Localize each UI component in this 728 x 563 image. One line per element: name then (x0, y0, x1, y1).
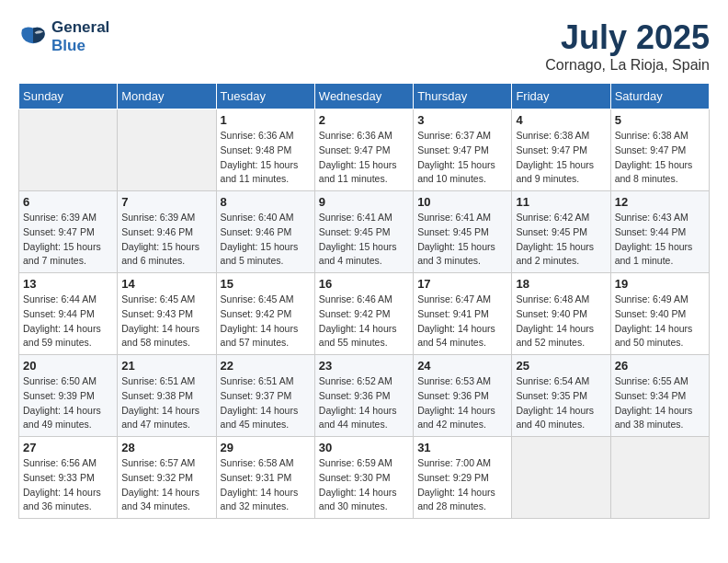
day-detail: Sunrise: 6:46 AMSunset: 9:42 PMDaylight:… (319, 293, 409, 350)
calendar-cell: 15Sunrise: 6:45 AMSunset: 9:42 PMDayligh… (216, 273, 314, 355)
day-number: 3 (417, 113, 507, 127)
calendar-cell: 6Sunrise: 6:39 AMSunset: 9:47 PMDaylight… (19, 191, 118, 273)
day-number: 6 (23, 195, 113, 209)
day-detail: Sunrise: 6:57 AMSunset: 9:32 PMDaylight:… (121, 456, 211, 514)
calendar-cell: 14Sunrise: 6:45 AMSunset: 9:43 PMDayligh… (118, 273, 216, 355)
day-number: 26 (615, 359, 705, 373)
day-number: 11 (516, 195, 606, 209)
day-detail: Sunrise: 6:47 AMSunset: 9:41 PMDaylight:… (417, 293, 507, 350)
calendar-cell: 1Sunrise: 6:36 AMSunset: 9:48 PMDaylight… (216, 109, 314, 191)
day-number: 1 (221, 113, 311, 127)
calendar-cell: 28Sunrise: 6:57 AMSunset: 9:32 PMDayligh… (118, 437, 216, 519)
logo-text: General Blue (51, 18, 109, 55)
day-detail: Sunrise: 6:44 AMSunset: 9:44 PMDaylight:… (23, 293, 113, 350)
calendar-cell: 25Sunrise: 6:54 AMSunset: 9:35 PMDayligh… (512, 355, 610, 437)
weekday-header-sunday: Sunday (19, 84, 118, 109)
day-detail: Sunrise: 6:43 AMSunset: 9:44 PMDaylight:… (615, 211, 705, 269)
calendar-cell: 24Sunrise: 6:53 AMSunset: 9:36 PMDayligh… (414, 355, 512, 437)
weekday-header-saturday: Saturday (610, 84, 709, 109)
day-number: 24 (417, 359, 507, 373)
day-number: 7 (121, 195, 211, 209)
calendar-cell: 2Sunrise: 6:36 AMSunset: 9:47 PMDaylight… (314, 109, 413, 191)
day-number: 22 (221, 359, 311, 373)
calendar-cell: 19Sunrise: 6:49 AMSunset: 9:40 PMDayligh… (610, 273, 709, 355)
calendar-cell: 29Sunrise: 6:58 AMSunset: 9:31 PMDayligh… (216, 437, 314, 519)
day-detail: Sunrise: 6:36 AMSunset: 9:47 PMDaylight:… (319, 129, 409, 187)
day-detail: Sunrise: 7:00 AMSunset: 9:29 PMDaylight:… (417, 456, 507, 514)
day-detail: Sunrise: 6:58 AMSunset: 9:31 PMDaylight:… (221, 456, 311, 514)
weekday-header-monday: Monday (118, 84, 216, 109)
day-number: 9 (319, 195, 409, 209)
page-header: General Blue July 2025 Cornago, La Rioja… (18, 18, 710, 74)
day-detail: Sunrise: 6:48 AMSunset: 9:40 PMDaylight:… (516, 293, 606, 350)
calendar-cell (19, 109, 118, 191)
day-detail: Sunrise: 6:51 AMSunset: 9:38 PMDaylight:… (121, 374, 211, 432)
day-detail: Sunrise: 6:59 AMSunset: 9:30 PMDaylight:… (319, 456, 409, 514)
calendar-week-row: 13Sunrise: 6:44 AMSunset: 9:44 PMDayligh… (19, 273, 710, 355)
calendar-cell: 20Sunrise: 6:50 AMSunset: 9:39 PMDayligh… (19, 355, 118, 437)
calendar-cell: 26Sunrise: 6:55 AMSunset: 9:34 PMDayligh… (610, 355, 709, 437)
calendar-cell: 13Sunrise: 6:44 AMSunset: 9:44 PMDayligh… (19, 273, 118, 355)
day-detail: Sunrise: 6:36 AMSunset: 9:48 PMDaylight:… (221, 129, 311, 187)
calendar-cell: 22Sunrise: 6:51 AMSunset: 9:37 PMDayligh… (216, 355, 314, 437)
day-detail: Sunrise: 6:45 AMSunset: 9:42 PMDaylight:… (221, 293, 311, 350)
day-detail: Sunrise: 6:54 AMSunset: 9:35 PMDaylight:… (516, 374, 606, 432)
month-year: July 2025 (545, 18, 710, 57)
calendar-cell: 31Sunrise: 7:00 AMSunset: 9:29 PMDayligh… (414, 437, 512, 519)
day-detail: Sunrise: 6:39 AMSunset: 9:47 PMDaylight:… (23, 211, 113, 269)
location: Cornago, La Rioja, Spain (545, 57, 710, 74)
day-number: 21 (121, 359, 211, 373)
day-number: 2 (319, 113, 409, 127)
calendar-cell: 3Sunrise: 6:37 AMSunset: 9:47 PMDaylight… (414, 109, 512, 191)
weekday-header-thursday: Thursday (414, 84, 512, 109)
calendar-cell: 5Sunrise: 6:38 AMSunset: 9:47 PMDaylight… (610, 109, 709, 191)
day-number: 13 (23, 277, 113, 291)
calendar-cell: 7Sunrise: 6:39 AMSunset: 9:46 PMDaylight… (118, 191, 216, 273)
logo: General Blue (18, 18, 109, 55)
calendar-cell: 21Sunrise: 6:51 AMSunset: 9:38 PMDayligh… (118, 355, 216, 437)
day-number: 10 (417, 195, 507, 209)
calendar-cell (512, 437, 610, 519)
calendar-week-row: 20Sunrise: 6:50 AMSunset: 9:39 PMDayligh… (19, 355, 710, 437)
day-number: 28 (121, 441, 211, 454)
calendar-cell: 11Sunrise: 6:42 AMSunset: 9:45 PMDayligh… (512, 191, 610, 273)
calendar-cell: 12Sunrise: 6:43 AMSunset: 9:44 PMDayligh… (610, 191, 709, 273)
day-number: 27 (23, 441, 113, 454)
calendar-cell (118, 109, 216, 191)
day-number: 4 (516, 113, 606, 127)
day-number: 31 (417, 441, 507, 454)
day-number: 23 (319, 359, 409, 373)
day-detail: Sunrise: 6:38 AMSunset: 9:47 PMDaylight:… (516, 129, 606, 187)
day-number: 25 (516, 359, 606, 373)
day-number: 5 (615, 113, 705, 127)
day-detail: Sunrise: 6:50 AMSunset: 9:39 PMDaylight:… (23, 374, 113, 432)
day-number: 16 (319, 277, 409, 291)
calendar-cell: 16Sunrise: 6:46 AMSunset: 9:42 PMDayligh… (314, 273, 413, 355)
day-number: 19 (615, 277, 705, 291)
calendar-cell: 4Sunrise: 6:38 AMSunset: 9:47 PMDaylight… (512, 109, 610, 191)
day-number: 20 (23, 359, 113, 373)
calendar-cell: 23Sunrise: 6:52 AMSunset: 9:36 PMDayligh… (314, 355, 413, 437)
calendar-cell: 27Sunrise: 6:56 AMSunset: 9:33 PMDayligh… (19, 437, 118, 519)
calendar-cell: 17Sunrise: 6:47 AMSunset: 9:41 PMDayligh… (414, 273, 512, 355)
calendar-week-row: 6Sunrise: 6:39 AMSunset: 9:47 PMDaylight… (19, 191, 710, 273)
calendar-cell: 30Sunrise: 6:59 AMSunset: 9:30 PMDayligh… (314, 437, 413, 519)
day-number: 14 (121, 277, 211, 291)
day-detail: Sunrise: 6:39 AMSunset: 9:46 PMDaylight:… (121, 211, 211, 269)
calendar-cell: 18Sunrise: 6:48 AMSunset: 9:40 PMDayligh… (512, 273, 610, 355)
weekday-header-row: SundayMondayTuesdayWednesdayThursdayFrid… (19, 84, 710, 109)
day-number: 30 (319, 441, 409, 454)
day-detail: Sunrise: 6:41 AMSunset: 9:45 PMDaylight:… (417, 211, 507, 269)
title-block: July 2025 Cornago, La Rioja, Spain (545, 18, 710, 74)
day-detail: Sunrise: 6:51 AMSunset: 9:37 PMDaylight:… (221, 374, 311, 432)
calendar-cell (610, 437, 709, 519)
day-detail: Sunrise: 6:55 AMSunset: 9:34 PMDaylight:… (615, 374, 705, 432)
day-detail: Sunrise: 6:41 AMSunset: 9:45 PMDaylight:… (319, 211, 409, 269)
calendar-cell: 9Sunrise: 6:41 AMSunset: 9:45 PMDaylight… (314, 191, 413, 273)
day-number: 29 (221, 441, 311, 454)
day-detail: Sunrise: 6:45 AMSunset: 9:43 PMDaylight:… (121, 293, 211, 350)
day-detail: Sunrise: 6:42 AMSunset: 9:45 PMDaylight:… (516, 211, 606, 269)
day-detail: Sunrise: 6:37 AMSunset: 9:47 PMDaylight:… (417, 129, 507, 187)
weekday-header-wednesday: Wednesday (314, 84, 413, 109)
weekday-header-tuesday: Tuesday (216, 84, 314, 109)
